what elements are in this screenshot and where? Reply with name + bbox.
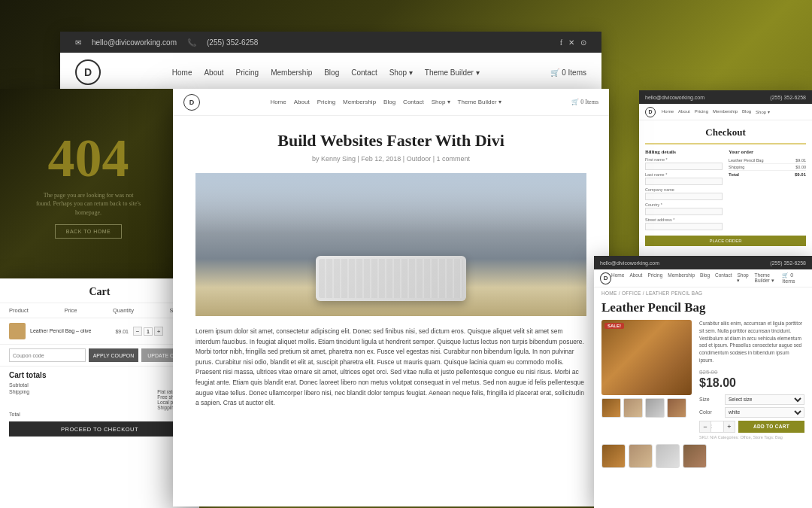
cart-icon-area[interactable]: 🛒 0 Items xyxy=(550,68,586,77)
color-select[interactable]: white xyxy=(725,407,804,418)
phone-icon: 📞 xyxy=(187,38,196,47)
product-nav-cart[interactable]: 🛒 0 Items xyxy=(782,272,806,284)
nav-theme-builder[interactable]: Theme Builder ▾ xyxy=(425,68,480,77)
checkout-phone: (255) 352-6258 xyxy=(770,95,806,100)
qty-input[interactable] xyxy=(710,421,724,432)
cart-subtotal-row: Subtotal $18.44 xyxy=(9,382,190,388)
product-thumb-2[interactable] xyxy=(623,398,643,418)
twitter-icon[interactable]: ✕ xyxy=(568,38,574,47)
size-select[interactable]: Select size xyxy=(725,394,804,405)
color-option-row: Color white xyxy=(699,407,804,418)
nav-about[interactable]: About xyxy=(204,68,223,77)
qty-plus-btn[interactable]: + xyxy=(724,421,735,432)
checkout-title: Checkout xyxy=(639,120,812,143)
gallery-thumb-2[interactable] xyxy=(629,444,653,468)
order-shipping-value: $0.00 xyxy=(795,165,806,169)
error-message: The page you are looking for was not fou… xyxy=(36,191,141,217)
blog-nav-cart[interactable]: 🛒 0 Items xyxy=(571,99,598,105)
nav-blog[interactable]: Blog xyxy=(324,68,339,77)
nav-shop[interactable]: Shop ▾ xyxy=(389,68,413,77)
subtotal-label: Subtotal xyxy=(9,382,29,388)
facebook-icon[interactable]: f xyxy=(560,38,562,47)
blog-nav-pricing[interactable]: Pricing xyxy=(317,99,335,105)
apply-coupon-button[interactable]: APPLY COUPON xyxy=(89,348,139,362)
product-title: Leather Pencil Bag xyxy=(594,299,812,320)
blog-nav-membership[interactable]: Membership xyxy=(343,99,376,105)
product-logo[interactable]: D xyxy=(600,272,611,284)
phone-text: (255) 352-6258 xyxy=(207,38,258,47)
product-phone: (255) 352-6258 xyxy=(770,260,806,266)
cart-item-thumbnail xyxy=(9,323,26,339)
checkout-divider xyxy=(645,143,806,144)
total-label: Total xyxy=(9,412,20,417)
size-label: Size xyxy=(699,397,720,402)
first-name-input[interactable] xyxy=(645,163,723,170)
gallery-thumb-3[interactable] xyxy=(656,444,680,468)
blog-nav-home[interactable]: Home xyxy=(270,99,286,105)
blog-nav-about[interactable]: About xyxy=(294,99,310,105)
qty-minus-btn[interactable]: − xyxy=(700,421,710,432)
blog-window: D Home About Pricing Membership Blog Con… xyxy=(173,89,609,506)
cart-item-row: Leather Pencil Bag – olive $9.01 − 1 + $… xyxy=(0,318,199,345)
address-input[interactable] xyxy=(645,223,723,230)
order-item-price: $9.01 xyxy=(795,158,806,163)
order-total-row: Total $9.01 xyxy=(729,171,806,178)
cart-title: Cart xyxy=(0,278,199,303)
product-nav: D Home About Pricing Membership Blog Con… xyxy=(594,269,812,287)
billing-column: Billing details First name * Last name *… xyxy=(645,149,723,233)
checkout-logo[interactable]: D xyxy=(645,107,656,117)
product-image-area: SALE! xyxy=(601,320,692,440)
blog-title: Build Websites Faster With Divi xyxy=(195,131,586,151)
instagram-icon[interactable]: ⊙ xyxy=(580,38,586,47)
col-product: Product xyxy=(9,307,29,314)
nav-home[interactable]: Home xyxy=(172,68,192,77)
last-name-input[interactable] xyxy=(645,178,723,185)
order-shipping-row: Shipping $0.00 xyxy=(729,164,806,171)
product-thumb-3[interactable] xyxy=(645,398,665,418)
blog-content: Build Websites Faster With Divi by Kenny… xyxy=(173,116,609,424)
nav-pricing[interactable]: Pricing xyxy=(236,68,259,77)
first-name-label: First name * xyxy=(645,157,723,162)
company-input[interactable] xyxy=(645,193,723,200)
checkout-window: hello@divicoworking.com (255) 352-6258 D… xyxy=(639,90,812,256)
email-icon: ✉ xyxy=(75,38,81,47)
gallery-thumb-1[interactable] xyxy=(601,444,626,468)
add-to-cart-button[interactable]: ADD TO CART xyxy=(738,421,804,433)
blog-nav-bar: D Home About Pricing Membership Blog Con… xyxy=(173,89,609,116)
place-order-button[interactable]: PLACE ORDER xyxy=(645,236,806,246)
checkout-email: hello@divicoworking.com xyxy=(645,95,704,100)
cart-totals-section: Cart totals Subtotal $18.44 Shipping Fla… xyxy=(0,366,199,441)
product-nav-links: Home About Pricing Membership Blog Conta… xyxy=(611,272,782,284)
proceed-to-checkout-button[interactable]: PROCEED TO CHECKOUT xyxy=(9,421,190,437)
coupon-input[interactable] xyxy=(9,348,86,362)
blog-nav-blog[interactable]: Blog xyxy=(383,99,395,105)
product-thumb-4[interactable] xyxy=(667,398,686,418)
blog-nav-contact[interactable]: Contact xyxy=(403,99,424,105)
blog-nav-theme[interactable]: Theme Builder ▾ xyxy=(458,99,501,105)
qty-minus[interactable]: − xyxy=(133,327,142,336)
col-price: Price xyxy=(64,307,77,314)
blog-nav-shop[interactable]: Shop ▾ xyxy=(432,99,450,105)
nav-contact[interactable]: Contact xyxy=(351,68,377,77)
product-old-price: $25.00 xyxy=(699,369,804,376)
last-name-field: Last name * xyxy=(645,172,723,185)
country-input[interactable] xyxy=(645,208,723,215)
cart-table-header: Product Price Quantity Subtotal xyxy=(0,303,199,318)
add-to-cart-row: − + ADD TO CART xyxy=(699,421,804,433)
back-to-home-button[interactable]: BACK TO HOME xyxy=(55,224,122,239)
gallery-thumb-4[interactable] xyxy=(683,444,707,468)
checkout-nav: D Home About Pricing Membership Blog Sho… xyxy=(639,104,812,120)
order-column: Your order Leather Pencil Bag $9.01 Ship… xyxy=(729,149,806,233)
product-thumb-1[interactable] xyxy=(601,398,621,418)
cart-item-name: Leather Pencil Bag – olive xyxy=(30,327,102,335)
site-logo[interactable]: D xyxy=(75,59,101,85)
product-email: hello@divicoworking.com xyxy=(600,260,659,266)
email-text: hello@divicoworking.com xyxy=(92,38,177,47)
cart-coupon-row: APPLY COUPON UPDATE CART xyxy=(0,345,199,366)
blog-logo[interactable]: D xyxy=(183,94,200,111)
product-sku: SKU: N/A Categories: Office, Store Tags:… xyxy=(699,435,804,440)
product-body: SALE! Curabitur aliis enim, accumsan et … xyxy=(594,320,812,440)
qty-plus[interactable]: + xyxy=(154,327,163,336)
nav-membership[interactable]: Membership xyxy=(271,68,312,77)
cart-total-row: Total $18.44 xyxy=(9,412,190,417)
